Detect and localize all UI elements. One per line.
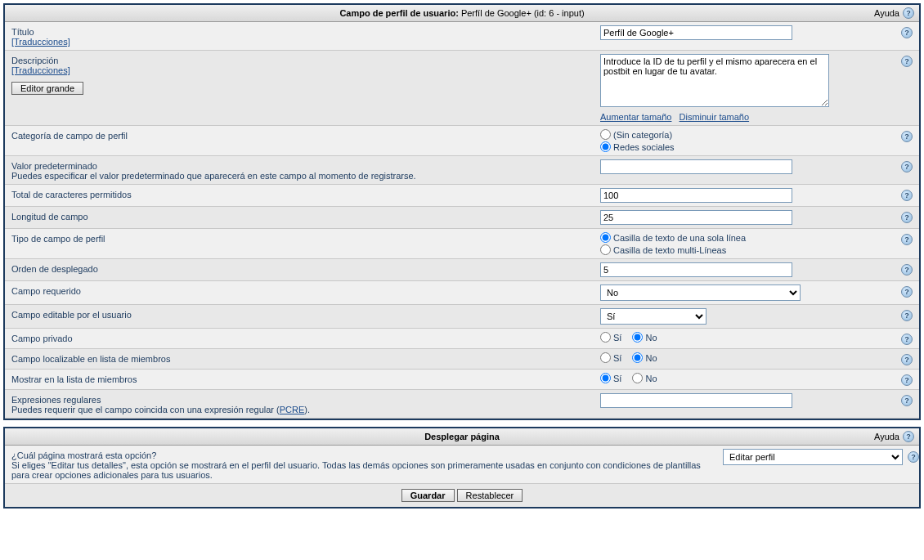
translations-link[interactable]: [Traducciones] (11, 65, 70, 75)
row-orden: Orden de desplegado ? (5, 259, 919, 281)
label-maxchars: Total de caracteres permitidos (11, 190, 592, 199)
label-regex: Expresiones regulares (11, 395, 592, 405)
titulo-input[interactable] (600, 25, 792, 40)
label-longitud: Longitud de campo (11, 212, 592, 222)
translations-link[interactable]: [Traducciones] (11, 37, 70, 47)
help-icon[interactable]: ? (901, 334, 913, 345)
row-regex: Expresiones regulares Puedes requerir qu… (5, 390, 919, 419)
regex-input[interactable] (600, 393, 792, 408)
display-page-select[interactable]: Editar perfil (723, 449, 903, 465)
row-localizable: Campo localizable en lista de miembros S… (5, 349, 919, 370)
panel2-header: Desplegar página Ayuda ? (5, 428, 919, 446)
radio-single-line[interactable]: Casilla de texto de una sola línea (600, 232, 746, 243)
help-icon[interactable]: ? (901, 286, 913, 298)
increase-size-link[interactable]: Aumentar tamaño (600, 112, 671, 122)
row-default: Valor predeterminado Puedes especificar … (5, 156, 919, 185)
hint-display-page: Si eliges "Editar tus detalles", esta op… (11, 460, 715, 480)
row-longitud: Longitud de campo ? (5, 207, 919, 229)
label-orden: Orden de desplegado (11, 264, 592, 274)
help-label: Ayuda (874, 432, 899, 441)
radio-privado-no[interactable]: No (632, 332, 657, 343)
help-icon[interactable]: ? (901, 234, 913, 245)
radio-mostrar-si[interactable]: Sí (600, 373, 621, 383)
row-maxchars: Total de caracteres permitidos ? (5, 185, 919, 207)
label-titulo: Título (11, 27, 592, 37)
default-input[interactable] (600, 159, 792, 174)
hint-default: Puedes especificar el valor predetermina… (11, 171, 592, 181)
decrease-size-link[interactable]: Disminuir tamaño (680, 112, 750, 122)
label-categoria: Categoría de campo de perfil (11, 131, 592, 141)
row-privado: Campo privado Sí No ? (5, 329, 919, 349)
label-descripcion: Descripción (11, 56, 592, 65)
help-icon[interactable]: ? (901, 161, 913, 172)
panel-title-value: Perfíl de Google+ (id: 6 - input) (461, 8, 585, 18)
label-editable: Campo editable por el usuario (11, 310, 592, 320)
row-tipo: Tipo de campo de perfil Casilla de texto… (5, 229, 919, 259)
help-icon[interactable]: ? (901, 131, 913, 142)
requerido-select[interactable]: No (600, 284, 801, 301)
help-label: Ayuda (874, 8, 899, 18)
help-icon[interactable]: ? (901, 354, 913, 365)
help-icon[interactable]: ? (901, 56, 913, 67)
label-privado: Campo privado (11, 334, 592, 343)
save-button[interactable]: Guardar (401, 489, 455, 502)
row-descripcion: Descripción [Traducciones] Editor grande… (5, 51, 919, 126)
footer-buttons: Guardar Restablecer (5, 484, 919, 507)
label-requerido: Campo requerido (11, 286, 592, 296)
radio-localizable-si[interactable]: Sí (600, 352, 621, 363)
label-default: Valor predeterminado (11, 161, 592, 171)
longitud-input[interactable] (600, 210, 792, 225)
help-icon[interactable]: ? (901, 395, 913, 406)
radio-privado-si[interactable]: Sí (600, 332, 621, 343)
label-mostrar: Mostrar en la lista de miembros (11, 374, 592, 384)
help-icon[interactable]: ? (901, 374, 913, 386)
label-localizable: Campo localizable en lista de miembros (11, 354, 592, 364)
editable-select[interactable]: Sí (600, 308, 706, 325)
display-page-panel: Desplegar página Ayuda ? ¿Cuál página mo… (3, 427, 921, 508)
maxchars-input[interactable] (600, 188, 792, 203)
pcre-link[interactable]: PCRE (280, 405, 305, 414)
label-tipo: Tipo de campo de perfil (11, 234, 592, 244)
help-icon[interactable]: ? (901, 190, 913, 201)
help-icon[interactable]: ? (903, 7, 914, 19)
help-icon[interactable]: ? (901, 310, 913, 321)
hint-regex: Puedes requerir que el campo coincida co… (11, 405, 592, 414)
radio-localizable-no[interactable]: No (632, 352, 657, 363)
panel-header: Campo de perfil de usuario: Perfíl de Go… (5, 5, 919, 22)
help-icon[interactable]: ? (901, 27, 913, 38)
help-icon[interactable]: ? (901, 212, 913, 223)
profile-field-panel: Campo de perfil de usuario: Perfíl de Go… (3, 3, 921, 420)
radio-mostrar-no[interactable]: No (632, 373, 657, 383)
row-requerido: Campo requerido No ? (5, 281, 919, 305)
row-display-page: ¿Cuál página mostrará esta opción? Si el… (5, 446, 919, 484)
editor-grande-button[interactable]: Editor grande (11, 82, 83, 95)
label-display-page: ¿Cuál página mostrará esta opción? (11, 450, 715, 460)
panel2-title: Desplegar página (424, 432, 500, 441)
descripcion-textarea[interactable]: Introduce la ID de tu perfil y el mismo … (600, 54, 829, 107)
help-icon[interactable]: ? (903, 431, 914, 442)
help-icon[interactable]: ? (908, 451, 919, 463)
help-icon[interactable]: ? (901, 264, 913, 276)
panel-title-label: Campo de perfil de usuario: (339, 8, 458, 18)
row-editable: Campo editable por el usuario Sí ? (5, 305, 919, 329)
radio-multi-line[interactable]: Casilla de texto multi-Líneas (600, 244, 746, 255)
row-titulo: Título [Traducciones] ? (5, 22, 919, 51)
orden-input[interactable] (600, 262, 792, 277)
radio-sin-categoria[interactable]: (Sin categoría) (600, 129, 675, 140)
row-categoria: Categoría de campo de perfil (Sin catego… (5, 126, 919, 156)
reset-button[interactable]: Restablecer (457, 489, 523, 502)
row-mostrar: Mostrar en la lista de miembros Sí No ? (5, 370, 919, 390)
radio-redes-sociales[interactable]: Redes sociales (600, 141, 675, 152)
